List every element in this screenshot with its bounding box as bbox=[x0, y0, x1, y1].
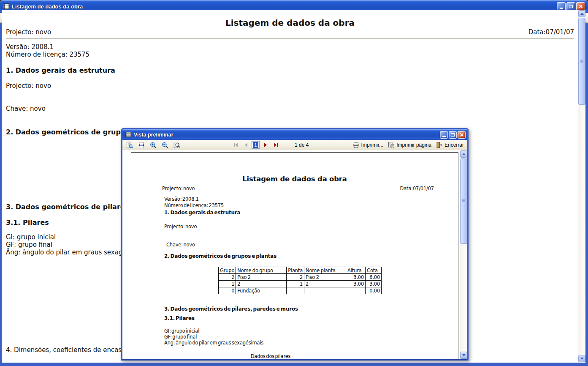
col-cota: Cota bbox=[366, 267, 382, 274]
maximize-icon bbox=[569, 5, 573, 8]
doc-section1: 1. Dados gerais da estrutura bbox=[6, 66, 115, 74]
doc-title: Listagem de dados da obra bbox=[2, 18, 578, 28]
listing-window-icon bbox=[125, 131, 132, 138]
fit-width-button[interactable] bbox=[135, 141, 147, 149]
maximize-button[interactable] bbox=[566, 2, 575, 11]
col-altura: Altura bbox=[346, 267, 366, 274]
pv-license: Número de licença: 23575 bbox=[164, 202, 224, 208]
first-page-icon bbox=[233, 142, 239, 148]
preview-page-button[interactable] bbox=[124, 141, 135, 149]
doc-section31: 3.1. Pilares bbox=[6, 219, 49, 227]
close-button[interactable] bbox=[576, 2, 585, 11]
main-window-title: Listagem de dados da obra bbox=[12, 3, 83, 10]
scroll-up-icon bbox=[462, 153, 466, 155]
pv-version: Versão: 2008.1 bbox=[164, 196, 199, 202]
col-planta: Planta bbox=[287, 267, 304, 274]
table-row: 0 Fundação 0.00 bbox=[219, 287, 382, 294]
minimize-button[interactable] bbox=[557, 2, 566, 11]
minimize-icon bbox=[560, 8, 563, 9]
pv-ang: Âng: ângulo do pilar em graus sexagésima… bbox=[164, 340, 263, 346]
preview-maximize-button[interactable] bbox=[449, 131, 457, 139]
imprimir-pagina-button[interactable]: Imprimir página bbox=[385, 141, 434, 149]
main-scroll-down-button[interactable] bbox=[578, 355, 585, 362]
main-scroll-thumb[interactable] bbox=[578, 18, 585, 105]
page-number-field[interactable]: 1 bbox=[252, 141, 260, 149]
listing-window-icon bbox=[3, 3, 10, 10]
pv-section1: 1. Dados gerais da estrutura bbox=[164, 210, 241, 216]
first-page-button[interactable] bbox=[231, 141, 240, 149]
next-page-button[interactable] bbox=[261, 141, 270, 149]
minimize-icon bbox=[442, 136, 446, 137]
doc-key: Chave: novo bbox=[6, 105, 46, 112]
preview-scroll-down-button[interactable] bbox=[460, 352, 467, 359]
table-row: 1 2 1 2 3.00 3.00 bbox=[219, 281, 382, 287]
next-page-icon bbox=[262, 142, 269, 148]
previous-page-icon bbox=[243, 142, 249, 148]
table-row: 2 Piso 2 2 Piso 2 3.00 6.00 bbox=[219, 274, 382, 281]
pv-project2: Projecto: novo bbox=[164, 224, 197, 229]
pv-project: Projecto: novo bbox=[162, 186, 195, 191]
zoom-region-icon bbox=[173, 142, 181, 149]
thumb-grip-icon bbox=[462, 199, 465, 203]
application-root: Listagem de dados da obra Vista prelimin… bbox=[0, 0, 588, 366]
thumb-grip-icon bbox=[580, 60, 583, 63]
groups-table: Grupo Nome do grupo Planta Nome planta A… bbox=[218, 267, 382, 294]
pv-section2: 2. Dados geométricos de grupos e plantas bbox=[164, 253, 276, 259]
print-page-icon bbox=[387, 142, 395, 148]
preview-scroll-up-button[interactable] bbox=[460, 150, 467, 158]
preview-minimize-button[interactable] bbox=[440, 131, 448, 139]
pv-section3: 3. Dados geométricos de pilares, paredes… bbox=[164, 306, 298, 312]
zoom-out-button[interactable] bbox=[159, 141, 171, 149]
page-info: 1 de 4 bbox=[295, 142, 309, 148]
zoom-out-icon bbox=[161, 142, 169, 149]
preview-imprimir-label: Imprimir... bbox=[361, 142, 384, 148]
main-scrollbar[interactable] bbox=[578, 10, 585, 363]
zoom-in-icon bbox=[149, 142, 157, 149]
preview-encerrar-label: Encerrar bbox=[444, 142, 464, 148]
pv-key: Chave: novo bbox=[166, 242, 195, 248]
preview-imprimir-button[interactable]: Imprimir... bbox=[350, 141, 386, 149]
zoom-in-button[interactable] bbox=[147, 141, 159, 149]
main-scroll-up-button[interactable] bbox=[578, 10, 585, 17]
pv-gf: GF: grupo final bbox=[164, 334, 197, 340]
pv-section31: 3.1. Pilares bbox=[164, 315, 195, 321]
zoom-region-button[interactable] bbox=[171, 141, 183, 149]
col-nome-grupo: Nome do grupo bbox=[236, 267, 287, 274]
preview-scroll-thumb[interactable] bbox=[460, 158, 467, 244]
preview-window-title: Vista preliminar bbox=[134, 132, 173, 138]
doc-date: Data:07/01/07 bbox=[528, 28, 574, 36]
preview-content-area: Listagem de dados da obra Projecto: novo… bbox=[122, 150, 467, 359]
close-icon bbox=[460, 133, 464, 137]
last-page-button[interactable] bbox=[271, 141, 280, 149]
printer-icon bbox=[352, 142, 360, 148]
doc-license: Número de licença: 23575 bbox=[6, 51, 89, 58]
pv-divider bbox=[162, 193, 434, 193]
exit-door-icon bbox=[436, 142, 443, 148]
preview-toolbar: 1 1 de 4 Imprimir... Imprimir página bbox=[122, 140, 467, 150]
preview-scrollbar[interactable] bbox=[460, 150, 467, 359]
scroll-down-icon bbox=[462, 354, 466, 356]
preview-encerrar-button[interactable]: Encerrar bbox=[434, 141, 466, 149]
page-number-value: 1 bbox=[253, 142, 258, 148]
doc-gf: GF: grupo final bbox=[6, 241, 52, 249]
pv-title: Listagem de dados da obra bbox=[131, 175, 458, 183]
close-icon bbox=[579, 4, 583, 8]
doc-gi: GI: grupo inicial bbox=[6, 233, 56, 241]
preview-page: Listagem de dados da obra Projecto: novo… bbox=[131, 152, 458, 359]
col-grupo: Grupo bbox=[219, 267, 236, 274]
pv-pillars-caption: Dados dos pilares bbox=[186, 353, 355, 359]
last-page-icon bbox=[272, 142, 279, 148]
doc-version: Versão: 2008.1 bbox=[6, 43, 54, 51]
previous-page-button[interactable] bbox=[241, 141, 250, 149]
doc-project2: Projecto: novo bbox=[6, 82, 51, 90]
scroll-down-icon bbox=[580, 358, 584, 360]
preview-close-button[interactable] bbox=[458, 131, 466, 139]
preview-icon bbox=[126, 142, 133, 149]
preview-window: Vista preliminar bbox=[121, 128, 469, 361]
pv-gi: GI: grupo inicial bbox=[164, 328, 199, 334]
preview-titlebar[interactable]: Vista preliminar bbox=[122, 129, 467, 140]
doc-divider bbox=[6, 38, 574, 39]
imprimir-pagina-label: Imprimir página bbox=[396, 142, 431, 148]
scroll-up-icon bbox=[580, 13, 584, 15]
doc-project: Projecto: novo bbox=[6, 28, 51, 36]
